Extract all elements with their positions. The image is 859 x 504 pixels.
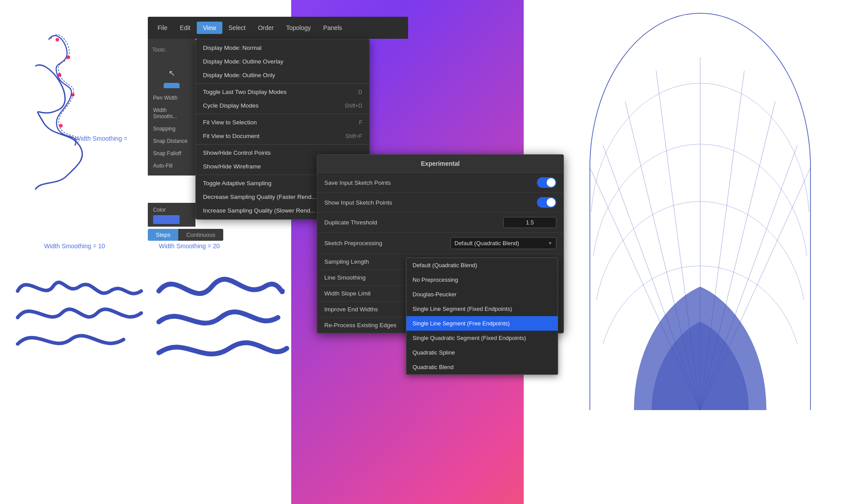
exp-preprocessing-label: Sketch Preprocessing <box>324 240 382 246</box>
menu-fit-selection[interactable]: Fit View to Selection F <box>196 116 369 129</box>
menu-view[interactable]: View <box>197 22 222 34</box>
menu-display-outline-only[interactable]: Display Mode: Outline Only <box>196 68 369 82</box>
option-douglas-peucker[interactable]: Douglas-Peucker <box>406 287 558 302</box>
option-quadratic-blend[interactable]: Quadratic Blend <box>406 360 558 374</box>
divider-2 <box>196 114 369 114</box>
option-single-line-fixed[interactable]: Single Line Segment (Fixed Endpoints) <box>406 302 558 316</box>
exp-sketch-preprocessing: Sketch Preprocessing Default (Quadratic … <box>317 233 563 254</box>
tools-label: Tools: <box>152 47 166 53</box>
option-single-line-free[interactable]: Single Line Segment (Free Endpoints) <box>406 316 558 331</box>
tabs-row: Steps Continuous <box>148 229 223 241</box>
menu-select[interactable]: Select <box>222 22 252 34</box>
ws-label-20: Width Smoothing = 20 <box>159 243 220 250</box>
ws-label-top: Width Smoothing = <box>75 135 128 142</box>
menu-toggle-display-label: Toggle Last Two Display Modes <box>203 89 287 95</box>
option-single-quadratic-fixed[interactable]: Single Quadratic Segment (Fixed Endpoint… <box>406 331 558 345</box>
panel-width-smoothing: Width Smoothi... <box>148 104 195 123</box>
duplicate-threshold-input[interactable] <box>503 217 556 228</box>
right-canvas <box>524 0 859 504</box>
menu-topology[interactable]: Topology <box>280 22 317 34</box>
sketch-preprocessing-options: Default (Quadratic Blend) No Preprocessi… <box>406 258 558 375</box>
exp-duplicate-threshold: Duplicate Threshold <box>317 213 563 233</box>
menu-order[interactable]: Order <box>252 22 280 34</box>
panel-snapping: Snapping <box>148 123 195 135</box>
menu-toggle-display[interactable]: Toggle Last Two Display Modes D <box>196 85 369 99</box>
color-row: Color <box>148 203 195 227</box>
menubar: File Edit View Select Order Topology Pan… <box>148 17 408 39</box>
toolbar: Tools: <box>148 39 195 61</box>
color-swatch[interactable] <box>153 215 180 224</box>
exp-show-sketch-label: Show Input Sketch Points <box>324 199 392 206</box>
preprocessing-dropdown-value: Default (Quadratic Blend) <box>454 240 519 246</box>
exp-improve-label: Improve End Widths <box>324 306 378 313</box>
svg-point-4 <box>59 124 63 127</box>
menu-fit-document[interactable]: Fit View to Document Shift+F <box>196 129 369 143</box>
color-label: Color <box>153 207 166 213</box>
option-quadratic-spline[interactable]: Quadratic Spline <box>406 345 558 360</box>
svg-point-3 <box>71 93 75 97</box>
steps-tab[interactable]: Steps <box>148 229 178 241</box>
save-sketch-toggle[interactable] <box>537 177 556 188</box>
menu-fit-selection-shortcut: F <box>359 119 362 126</box>
exp-width-slope-label: Width Slope Limit <box>324 290 371 297</box>
menu-toggle-display-shortcut: D <box>358 89 362 95</box>
left-panel: Pen Width Width Smoothi... Snapping Snap… <box>148 88 195 175</box>
menu-fit-document-label: Fit View to Document <box>203 133 259 139</box>
exp-sampling-label: Sampling Length <box>324 258 369 265</box>
exp-show-sketch: Show Input Sketch Points <box>317 193 563 213</box>
panel-auto-fill: Auto-Fill <box>148 160 195 172</box>
menu-display-outline-overlay[interactable]: Display Mode: Outline Overlay <box>196 55 369 68</box>
menu-display-normal[interactable]: Display Mode: Normal <box>196 41 369 55</box>
option-no-preprocessing[interactable]: No Preprocessing <box>406 273 558 287</box>
svg-point-1 <box>67 56 70 59</box>
exp-reprocess-label: Re-Process Existing Edges <box>324 322 397 329</box>
svg-point-2 <box>58 73 61 77</box>
menu-edit[interactable]: Edit <box>174 22 197 34</box>
panel-snap-falloff: Snap Falloff <box>148 147 195 160</box>
menu-fit-selection-label: Fit View to Selection <box>203 119 257 126</box>
continuous-tab[interactable]: Continuous <box>178 229 223 241</box>
ws-label-10: Width Smoothing = 10 <box>44 243 105 250</box>
right-canvas-drawing <box>524 0 859 504</box>
panel-snap-distance: Snap Distance <box>148 135 195 147</box>
menu-fit-document-shortcut: Shift+F <box>345 133 362 139</box>
panel-pen-width: Pen Width <box>148 92 195 104</box>
menu-panels[interactable]: Panels <box>317 22 349 34</box>
exp-save-sketch-label: Save Input Sketch Points <box>324 179 391 186</box>
menu-cycle-display-shortcut: Shift+D <box>345 103 362 109</box>
arrow-tool[interactable]: ↖ <box>164 65 180 81</box>
experimental-header: Experimental <box>317 155 563 173</box>
exp-line-smoothing-label: Line Smoothing <box>324 274 366 281</box>
dropdown-arrow-icon: ▼ <box>548 241 552 246</box>
menu-cycle-display[interactable]: Cycle Display Modes Shift+D <box>196 99 369 112</box>
option-default-quadratic[interactable]: Default (Quadratic Blend) <box>406 258 558 273</box>
menu-cycle-display-label: Cycle Display Modes <box>203 102 259 109</box>
show-sketch-toggle[interactable] <box>537 197 556 208</box>
menu-file[interactable]: File <box>151 22 174 34</box>
preprocessing-dropdown[interactable]: Default (Quadratic Blend) ▼ <box>450 237 556 249</box>
exp-duplicate-label: Duplicate Threshold <box>324 219 377 226</box>
divider-3 <box>196 144 369 145</box>
exp-save-sketch: Save Input Sketch Points <box>317 173 563 193</box>
svg-point-0 <box>56 38 59 41</box>
divider-1 <box>196 83 369 84</box>
